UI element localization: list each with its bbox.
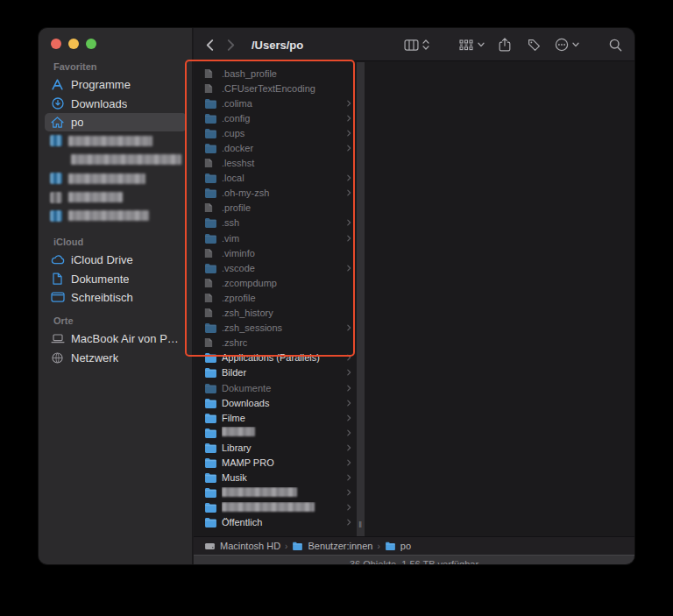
- file-row[interactable]: .viminfo: [194, 245, 357, 260]
- file-row[interactable]: .zprofile: [194, 290, 357, 305]
- disclosure-chevron-icon[interactable]: [342, 369, 356, 376]
- column-divider[interactable]: ‖: [357, 62, 365, 536]
- column-view-icon[interactable]: [404, 28, 419, 61]
- sidebar-item-macbook-air-von-philippe[interactable]: MacBook Air von Philippe: [45, 329, 187, 348]
- tag-icon[interactable]: [528, 28, 541, 61]
- disclosure-chevron-icon[interactable]: [342, 115, 356, 122]
- file-row[interactable]: .bash_profile: [194, 66, 357, 81]
- desktop-background: FavoritenProgrammeDownloadspoiCloudiClou…: [0, 0, 673, 616]
- search-icon[interactable]: [609, 28, 622, 61]
- file-row[interactable]: .docker: [194, 140, 357, 155]
- view-switcher-chevrons-icon[interactable]: [422, 28, 429, 61]
- file-row[interactable]: Dokumente: [194, 380, 357, 395]
- disclosure-chevron-icon[interactable]: [342, 474, 356, 481]
- share-icon[interactable]: [499, 28, 511, 61]
- sidebar-item-dokumente[interactable]: Dokumente: [45, 269, 187, 287]
- file-row[interactable]: .zcompdump: [194, 275, 357, 290]
- disclosure-chevron-icon[interactable]: [342, 354, 356, 361]
- sidebar-item-redacted[interactable]: [45, 207, 187, 225]
- file-row[interactable]: MAMP PRO: [194, 455, 357, 470]
- disclosure-chevron-icon[interactable]: [342, 429, 356, 436]
- file-row[interactable]: Applications (Parallels): [194, 350, 357, 365]
- sidebar-item-redacted[interactable]: [45, 151, 187, 169]
- sidebar-section: OrteMacBook Air von PhilippeNetzwerk: [39, 315, 193, 367]
- zoom-button[interactable]: [86, 39, 96, 49]
- sidebar-item-redacted[interactable]: [45, 188, 187, 206]
- folder-icon: [204, 98, 217, 109]
- file-row[interactable]: Bilder: [194, 365, 357, 380]
- sidebar-item-netzwerk[interactable]: Netzwerk: [45, 348, 187, 366]
- sidebar-item-redacted[interactable]: [45, 131, 187, 150]
- disclosure-chevron-icon[interactable]: [342, 130, 356, 137]
- more-chevron-icon[interactable]: [572, 28, 579, 61]
- file-row[interactable]: .config: [194, 110, 357, 125]
- file-row[interactable]: .ssh: [194, 216, 357, 230]
- file-name: Dokumente: [222, 383, 342, 393]
- file-row[interactable]: .cups: [194, 125, 357, 140]
- folder-icon: [204, 143, 217, 153]
- disclosure-chevron-icon[interactable]: [342, 189, 356, 196]
- path-segment[interactable]: po: [385, 541, 411, 551]
- disclosure-chevron-icon[interactable]: [342, 174, 356, 181]
- disclosure-chevron-icon[interactable]: [342, 235, 356, 242]
- disclosure-chevron-icon[interactable]: [342, 489, 356, 496]
- group-chevron-icon[interactable]: [478, 28, 485, 61]
- file-row[interactable]: .local: [194, 171, 357, 186]
- path-segment[interactable]: Benutzer:innen: [292, 541, 372, 551]
- sidebar-item-schreibtisch[interactable]: Schreibtisch: [45, 288, 187, 307]
- back-button[interactable]: [206, 28, 214, 61]
- file-row[interactable]: Library: [194, 440, 357, 455]
- sidebar-item-icloud-drive[interactable]: iCloud Drive: [45, 251, 187, 269]
- column-resize-handle[interactable]: ‖: [357, 520, 365, 529]
- file-row-redacted[interactable]: [194, 425, 357, 440]
- disclosure-chevron-icon[interactable]: [342, 324, 356, 331]
- disclosure-chevron-icon[interactable]: [342, 444, 356, 451]
- disclosure-chevron-icon[interactable]: [342, 145, 356, 152]
- file-row[interactable]: .lesshst: [194, 156, 357, 171]
- disclosure-chevron-icon[interactable]: [342, 219, 356, 226]
- disclosure-chevron-icon[interactable]: [342, 100, 356, 107]
- redacted-file-name: [222, 487, 342, 499]
- folder-icon: [204, 502, 217, 513]
- forward-button[interactable]: [227, 28, 235, 61]
- file-row[interactable]: .zshrc: [194, 336, 357, 350]
- file-row[interactable]: Filme: [194, 410, 357, 425]
- disclosure-chevron-icon[interactable]: [342, 504, 356, 511]
- drive-icon: [204, 542, 216, 550]
- file-row[interactable]: .vscode: [194, 260, 357, 275]
- disclosure-chevron-icon[interactable]: [342, 265, 356, 272]
- path-segment[interactable]: Macintosh HD: [204, 541, 280, 551]
- file-name: .zsh_history: [222, 308, 342, 318]
- sidebar-item-po[interactable]: po: [45, 113, 187, 131]
- file-row[interactable]: Musik: [194, 471, 357, 485]
- file-name: .ssh: [222, 217, 342, 228]
- sidebar-item-redacted[interactable]: [45, 169, 187, 188]
- disclosure-chevron-icon[interactable]: [342, 385, 356, 392]
- file-row-redacted[interactable]: [194, 485, 357, 500]
- sidebar-item-downloads[interactable]: Downloads: [45, 94, 187, 112]
- file-row[interactable]: .colima: [194, 96, 357, 110]
- disclosure-chevron-icon[interactable]: [342, 400, 356, 407]
- file-row-redacted[interactable]: [194, 500, 357, 515]
- sidebar-item-programme[interactable]: Programme: [45, 75, 187, 94]
- file-row[interactable]: Downloads: [194, 395, 357, 410]
- sidebar-item-label: Dokumente: [71, 273, 129, 286]
- more-icon[interactable]: [555, 28, 569, 61]
- desktop-icon: [50, 292, 65, 302]
- disclosure-chevron-icon[interactable]: [342, 414, 356, 421]
- window-controls: [51, 39, 96, 49]
- minimize-button[interactable]: [68, 39, 79, 49]
- disclosure-chevron-icon[interactable]: [342, 519, 356, 526]
- file-row[interactable]: .zsh_history: [194, 306, 357, 321]
- group-icon[interactable]: [459, 28, 473, 61]
- redacted-file-name: [222, 427, 342, 438]
- file-row[interactable]: .CFUserTextEncoding: [194, 81, 357, 96]
- disclosure-chevron-icon[interactable]: [342, 459, 356, 466]
- close-button[interactable]: [51, 39, 61, 49]
- file-row[interactable]: Öffentlich: [194, 515, 357, 530]
- file-row[interactable]: .oh-my-zsh: [194, 186, 357, 201]
- file-row[interactable]: .zsh_sessions: [194, 321, 357, 336]
- sidebar-item-label: iCloud Drive: [71, 253, 133, 266]
- file-row[interactable]: .profile: [194, 201, 357, 216]
- file-row[interactable]: .vim: [194, 230, 357, 245]
